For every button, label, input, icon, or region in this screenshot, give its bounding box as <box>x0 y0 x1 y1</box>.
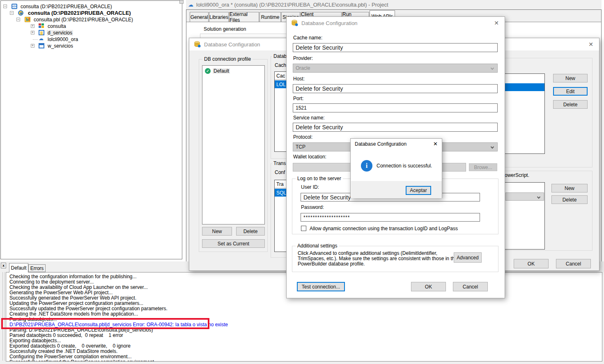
service-name-label: Service name: <box>293 115 325 121</box>
close-icon[interactable]: ✕ <box>494 20 499 26</box>
chevron-down-icon <box>537 195 540 199</box>
right-delete-button[interactable]: Delete <box>553 100 588 109</box>
set-as-current-button[interactable]: Set as Current <box>202 239 265 248</box>
tree-item-label[interactable]: consulta <box>48 23 66 29</box>
messagebox-title-bar: Database Configuration ✕ <box>351 139 442 149</box>
test-connection-button[interactable]: Test connection... <box>297 282 345 291</box>
transaction-list-label: Conf <box>275 169 285 175</box>
close-icon[interactable]: ✕ <box>433 141 438 147</box>
tree-item-label[interactable]: consulta (D:\PB2021\PRUEBA_ORACLE) <box>21 4 112 9</box>
password-input[interactable]: ******************** <box>301 213 480 222</box>
profile-delete-button[interactable]: Delete <box>236 227 265 236</box>
profile-item-default[interactable]: Default <box>213 68 230 74</box>
tree-item-label[interactable]: consulta.pbl (D:\PB2021\PRUEBA_ORACLE) <box>34 17 133 23</box>
collapse-expander-icon[interactable]: − <box>16 18 20 21</box>
right-edit-button[interactable]: Edit <box>553 87 588 96</box>
library-icon <box>25 17 30 22</box>
collapse-expander-icon[interactable]: − <box>10 11 14 15</box>
tab-external-files[interactable]: External Files <box>229 12 259 22</box>
panel-grip[interactable] <box>2 272 3 361</box>
application-icon <box>39 23 44 29</box>
additional-settings-text: TrimSpaces, etc.). Make sure the setting… <box>298 256 457 261</box>
right-delete2-button[interactable]: Delete <box>551 195 588 204</box>
cloud-project-icon: ☁ <box>188 2 193 7</box>
db-connection-profile-label: DB connection profile <box>202 56 253 62</box>
browse-button: Browe... <box>469 163 497 171</box>
ok-button[interactable]: OK <box>411 282 446 291</box>
close-output-icon[interactable]: x <box>1 263 6 268</box>
tree-item-target[interactable]: − consulta (D:\PB2021\PRUEBA_ORACLE) <box>1 10 181 16</box>
provider-label: Provider: <box>293 55 313 61</box>
connection-message-box: Database Configuration ✕ i Connection is… <box>350 138 442 198</box>
tree-item-label[interactable]: w_servicios <box>48 43 73 49</box>
panel-grip[interactable] <box>4 272 5 361</box>
profile-list[interactable]: ✓ Default <box>202 65 265 224</box>
additional-settings-group: Additional settings Click Advanced to co… <box>292 246 498 272</box>
tree-item-label[interactable]: lolcli9000_ora <box>48 37 78 42</box>
expand-expander-icon[interactable]: + <box>31 44 34 48</box>
additional-settings-text: PowerBuilder database profile. <box>298 261 365 267</box>
tab-general[interactable]: General <box>190 12 209 22</box>
cancel-button[interactable]: Cancel <box>453 282 488 291</box>
profile-new-button[interactable]: New <box>202 227 232 236</box>
service-name-input[interactable]: Delete for Security <box>293 123 498 132</box>
cache-name-label: Cache name: <box>293 35 322 41</box>
cache-list-label: Cach <box>275 62 286 68</box>
db-connection-profile-group: DB connection profile ✓ Default New Dele… <box>199 59 268 252</box>
database-icon <box>194 41 201 48</box>
expand-expander-icon[interactable]: + <box>31 31 34 34</box>
collapse-expander-icon[interactable]: − <box>3 5 7 8</box>
tree-item-lolcli9000-ora[interactable]: ☁ lolcli9000_ora <box>1 36 181 43</box>
tab-runtime[interactable]: Runtime <box>260 12 281 22</box>
dialog-ok-button[interactable]: OK <box>514 259 549 268</box>
dialog-title: Database Configuration <box>204 41 260 48</box>
messagebox-button-strip: Aceptar <box>351 181 442 198</box>
advanced-button[interactable]: Advanced <box>454 252 482 263</box>
tree-item-d-servicios[interactable]: + d_servicios <box>1 30 181 36</box>
tree-item-pbl[interactable]: − consulta.pbl (D:\PB2021\PRUEBA_ORACLE) <box>1 16 181 23</box>
workspace-icon: </> <box>11 4 17 9</box>
aceptar-button[interactable]: Aceptar <box>406 186 431 195</box>
password-label: Password: <box>301 204 324 210</box>
transaction-group: Trans Conf Tra SQL <box>271 163 288 258</box>
right-selected-row[interactable] <box>505 83 544 91</box>
dialog-cancel-button[interactable]: Cancel <box>556 259 591 268</box>
protocol-label: Protocol: <box>293 134 312 140</box>
dynamic-connection-checkbox[interactable] <box>301 226 306 231</box>
tree-item-label[interactable]: consulta (D:\PB2021\PRUEBA_ORACLE) <box>28 10 131 16</box>
close-icon[interactable]: ✕ <box>588 41 593 47</box>
dynamic-connection-label[interactable]: Allow dynamic connection using the trans… <box>310 226 458 231</box>
right-lower-list[interactable] <box>505 182 545 250</box>
window-icon <box>39 43 44 48</box>
target-icon <box>18 10 23 16</box>
host-label: Host: <box>293 76 305 82</box>
database-cache-group: Datab Cach Cac LOL <box>271 56 288 159</box>
additional-settings-label: Additional settings <box>296 243 339 249</box>
tree-item-label[interactable]: d_servicios <box>47 30 73 36</box>
cache-name-input[interactable]: Delete for Security <box>293 43 498 52</box>
tab-libraries[interactable]: Libraries <box>209 12 229 22</box>
tree-item-workspace[interactable]: − </> consulta (D:\PB2021\PRUEBA_ORACLE) <box>1 3 181 10</box>
error-annotation-box <box>1 318 209 329</box>
logon-group-label: Log on to the server <box>296 176 343 181</box>
port-input[interactable]: 1521 <box>293 103 498 112</box>
scrollbar-stub[interactable] <box>179 0 184 4</box>
right-new-button[interactable]: New <box>553 74 588 82</box>
right-new2-button[interactable]: New <box>551 184 588 192</box>
expand-expander-icon[interactable]: + <box>31 24 34 28</box>
right-upper-list[interactable] <box>505 73 545 154</box>
datawindow-icon <box>39 30 44 35</box>
log-line: Successfully configured the PowerServer … <box>9 359 158 362</box>
host-input[interactable]: Delete for Security <box>293 84 498 93</box>
connection-success-message: Connection is successful. <box>377 163 432 169</box>
output-tab-default[interactable]: Default <box>9 263 28 272</box>
tree-item-consulta[interactable]: + consulta <box>1 23 181 30</box>
tree-connector <box>33 39 38 40</box>
rest-api-combo[interactable] <box>505 192 544 201</box>
output-tab-errors[interactable]: Errors <box>28 264 46 272</box>
tree-item-w-servicios[interactable]: + w_servicios <box>1 43 181 49</box>
powerscript-label-fragment: owerScript. <box>505 172 537 178</box>
project-title-bar: ☁ lolcli9000_ora * (consulta) (D:\PB2021… <box>186 0 602 9</box>
additional-settings-text: Click Advanced to configure additional s… <box>298 250 437 256</box>
workspace-tree-panel: − </> consulta (D:\PB2021\PRUEBA_ORACLE)… <box>0 0 182 259</box>
